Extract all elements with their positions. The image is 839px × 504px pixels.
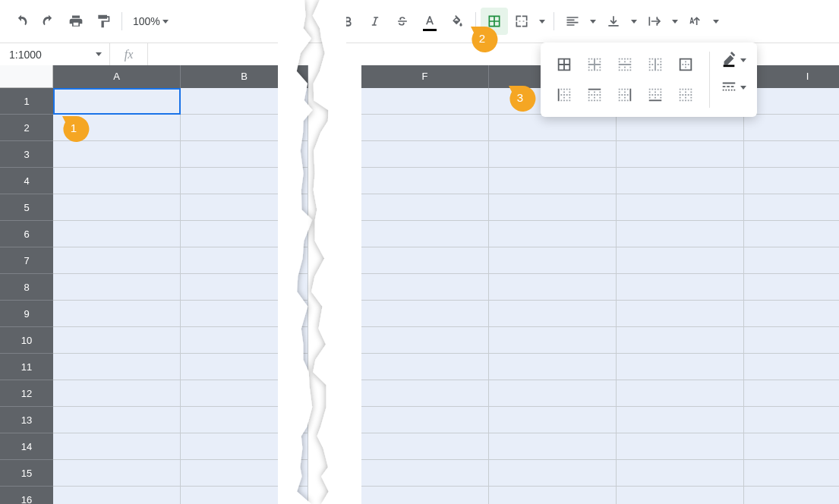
cell[interactable] — [489, 247, 617, 274]
column-header[interactable]: F — [361, 65, 489, 88]
column-header[interactable]: A — [53, 65, 181, 88]
cell[interactable] — [489, 380, 617, 407]
select-all-corner[interactable] — [0, 65, 53, 88]
cell[interactable] — [489, 460, 617, 487]
cell[interactable] — [53, 487, 181, 504]
cell[interactable] — [744, 88, 839, 115]
cell[interactable] — [361, 274, 489, 301]
cell[interactable] — [744, 141, 839, 168]
cell[interactable] — [617, 115, 744, 141]
cell[interactable] — [744, 274, 839, 301]
cell[interactable] — [181, 354, 308, 380]
cell[interactable] — [181, 168, 308, 194]
strikethrough-button[interactable] — [389, 8, 416, 35]
cell[interactable] — [744, 354, 839, 380]
bold-button[interactable] — [334, 8, 361, 35]
undo-button[interactable] — [8, 8, 35, 35]
cell[interactable] — [53, 354, 181, 380]
cell[interactable] — [617, 327, 744, 354]
row-header[interactable]: 14 — [0, 433, 53, 460]
cell[interactable] — [361, 141, 489, 168]
cell[interactable] — [489, 141, 617, 168]
cell[interactable] — [53, 194, 181, 221]
spreadsheet-grid[interactable]: ABFGHIJ 1234567891011121314151617 — [0, 65, 839, 504]
name-box-input[interactable] — [8, 48, 76, 61]
border-color-button[interactable] — [721, 52, 746, 68]
row-header[interactable]: 1 — [0, 88, 53, 115]
cell[interactable] — [744, 194, 839, 221]
border-all-button[interactable] — [551, 52, 577, 77]
border-vertical-button[interactable] — [642, 52, 668, 77]
cell[interactable] — [181, 115, 308, 141]
cell[interactable] — [744, 460, 839, 487]
cell[interactable] — [617, 407, 744, 433]
cell[interactable] — [361, 221, 489, 247]
cell[interactable] — [53, 141, 181, 168]
border-bottom-button[interactable] — [642, 82, 668, 108]
cell[interactable] — [53, 380, 181, 407]
horizontal-align-button[interactable] — [559, 8, 600, 35]
cell[interactable] — [744, 327, 839, 354]
cell[interactable] — [361, 487, 489, 504]
cell[interactable] — [53, 168, 181, 194]
cell[interactable] — [489, 221, 617, 247]
cell[interactable] — [489, 433, 617, 460]
cell[interactable] — [617, 460, 744, 487]
cell[interactable] — [744, 487, 839, 504]
row-header[interactable]: 16 — [0, 487, 53, 504]
border-style-button[interactable] — [721, 79, 746, 96]
cell[interactable] — [181, 301, 308, 327]
cell[interactable] — [489, 115, 617, 141]
cell[interactable] — [361, 407, 489, 433]
cell[interactable] — [744, 380, 839, 407]
cell[interactable] — [744, 247, 839, 274]
row-header[interactable]: 15 — [0, 460, 53, 487]
fill-color-button[interactable] — [443, 8, 471, 35]
cell[interactable] — [53, 274, 181, 301]
cell[interactable] — [489, 301, 617, 327]
cell[interactable] — [53, 433, 181, 460]
border-inner-button[interactable] — [582, 52, 607, 77]
cell[interactable] — [181, 487, 308, 504]
cell[interactable] — [53, 88, 181, 115]
cell[interactable] — [617, 354, 744, 380]
vertical-align-button[interactable] — [600, 8, 641, 35]
cell[interactable] — [744, 115, 839, 141]
redo-button[interactable] — [35, 8, 62, 35]
italic-button[interactable] — [361, 8, 389, 35]
cell[interactable] — [53, 247, 181, 274]
row-header[interactable]: 6 — [0, 221, 53, 247]
cell[interactable] — [744, 221, 839, 247]
row-header[interactable]: 12 — [0, 380, 53, 407]
cell[interactable] — [361, 301, 489, 327]
border-clear-button[interactable] — [673, 82, 699, 108]
column-header[interactable]: B — [181, 65, 308, 88]
cell[interactable] — [181, 274, 308, 301]
row-header[interactable]: 5 — [0, 194, 53, 221]
cell[interactable] — [181, 460, 308, 487]
cell[interactable] — [361, 194, 489, 221]
cell[interactable] — [361, 460, 489, 487]
border-horizontal-button[interactable] — [612, 52, 638, 77]
cell[interactable] — [181, 327, 308, 354]
row-header[interactable]: 2 — [0, 115, 53, 141]
cell[interactable] — [181, 88, 308, 115]
name-box[interactable] — [0, 43, 110, 65]
cell[interactable] — [489, 487, 617, 504]
merge-cells-button[interactable] — [508, 8, 549, 35]
cell[interactable] — [181, 194, 308, 221]
cell[interactable] — [181, 407, 308, 433]
cell[interactable] — [53, 460, 181, 487]
text-color-button[interactable] — [416, 8, 443, 35]
cell[interactable] — [53, 221, 181, 247]
cell[interactable] — [617, 301, 744, 327]
cell[interactable] — [361, 115, 489, 141]
cell[interactable] — [744, 301, 839, 327]
cell[interactable] — [617, 221, 744, 247]
row-header[interactable]: 7 — [0, 247, 53, 274]
cell[interactable] — [617, 194, 744, 221]
paint-format-button[interactable] — [90, 8, 117, 35]
column-header[interactable]: I — [744, 65, 839, 88]
cell[interactable] — [361, 168, 489, 194]
cell[interactable] — [181, 380, 308, 407]
